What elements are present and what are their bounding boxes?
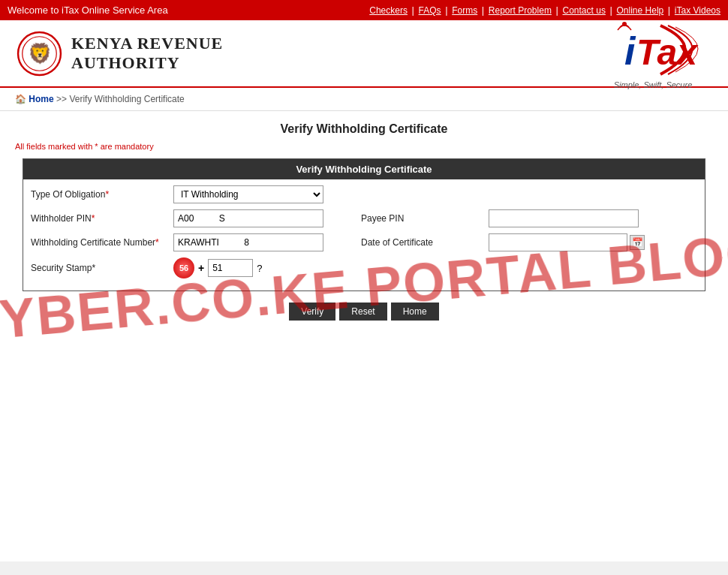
nav-forms[interactable]: Forms <box>452 5 477 16</box>
withholder-pin-input-wrapper <box>173 209 323 227</box>
kra-emblem-icon: 🦁 <box>15 29 64 78</box>
home-button[interactable]: Home <box>391 303 439 321</box>
welcome-message: Welcome to iTax Online Service Area <box>8 5 168 16</box>
obligation-label: Type Of Obligation* <box>31 189 166 200</box>
captcha-answer-input[interactable] <box>208 259 253 277</box>
svg-text:Tax: Tax <box>636 32 699 72</box>
header: 🦁 Kenya Revenue Authority i Tax <box>0 20 728 88</box>
top-nav: Checkers | FAQs | Forms | Report Problem… <box>369 5 720 16</box>
mandatory-note: All fields marked with * are mandatory <box>15 142 713 151</box>
svg-text:🦁: 🦁 <box>28 41 53 65</box>
payee-pin-input-wrapper <box>489 209 697 227</box>
cert-number-input-wrapper <box>173 233 323 251</box>
cert-number-label: Withholding Certificate Number* <box>31 237 166 248</box>
certificate-row: Withholding Certificate Number* Date of … <box>31 233 697 251</box>
main-content: Verify Withholding Certificate All field… <box>0 111 728 561</box>
itax-tagline: Simple, Swift, Secure <box>614 80 693 89</box>
captcha-box: 56 + ? <box>173 257 262 278</box>
kra-name: Kenya Revenue Authority <box>71 34 223 74</box>
itax-logo-svg: i Tax <box>593 18 713 78</box>
calendar-icon[interactable]: 📅 <box>630 235 645 250</box>
payee-pin-input[interactable] <box>489 209 639 227</box>
page-title: Verify Withholding Certificate <box>15 122 713 136</box>
form-container: Verify Withholding Certificate Type Of O… <box>23 158 705 291</box>
nav-itax-videos[interactable]: iTax Videos <box>675 5 720 16</box>
date-cert-input-wrapper: 📅 <box>489 233 697 251</box>
security-stamp-label: Security Stamp* <box>31 263 166 273</box>
nav-contact-us[interactable]: Contact us <box>563 5 606 16</box>
payee-pin-group: Payee PIN <box>361 209 697 227</box>
payee-pin-label: Payee PIN <box>361 213 481 224</box>
breadcrumb-home[interactable]: Home <box>29 94 53 104</box>
captcha-row: Security Stamp* 56 + ? <box>31 257 697 278</box>
button-row: Verify Reset Home <box>15 303 713 321</box>
kra-logo: 🦁 Kenya Revenue Authority <box>15 29 223 78</box>
date-cert-input[interactable] <box>489 233 627 251</box>
cert-number-input[interactable] <box>173 233 323 251</box>
withholder-pin-label: Withholder PIN* <box>31 213 166 224</box>
pin-row: Withholder PIN* Payee PIN <box>31 209 697 227</box>
breadcrumb-separator: >> <box>56 94 67 104</box>
itax-logo: i Tax Simple, Swift, Secure <box>593 18 713 89</box>
date-cert-label: Date of Certificate <box>361 237 481 248</box>
form-body: Type Of Obligation* IT Withholding VAT W… <box>23 179 705 291</box>
nav-checkers[interactable]: Checkers <box>369 5 408 16</box>
nav-online-help[interactable]: Online Help <box>617 5 664 16</box>
breadcrumb: 🏠 Home >> Verify Withholding Certificate <box>0 88 728 111</box>
nav-faqs[interactable]: FAQs <box>419 5 441 16</box>
nav-report-problem[interactable]: Report Problem <box>489 5 552 16</box>
withholder-pin-input[interactable] <box>173 209 323 227</box>
obligation-select[interactable]: IT Withholding VAT Withholding Excise Wi… <box>173 185 323 203</box>
reset-button[interactable]: Reset <box>339 303 387 321</box>
breadcrumb-current: Verify Withholding Certificate <box>69 94 184 104</box>
obligation-row: Type Of Obligation* IT Withholding VAT W… <box>31 185 697 203</box>
form-header: Verify Withholding Certificate <box>23 159 705 179</box>
verify-button[interactable]: Verify <box>289 303 335 321</box>
svg-text:i: i <box>624 29 636 73</box>
home-icon: 🏠 <box>15 94 26 104</box>
captcha-num1: 56 <box>173 257 194 278</box>
date-cert-group: Date of Certificate 📅 <box>361 233 697 251</box>
obligation-input-wrapper: IT Withholding VAT Withholding Excise Wi… <box>173 185 323 203</box>
